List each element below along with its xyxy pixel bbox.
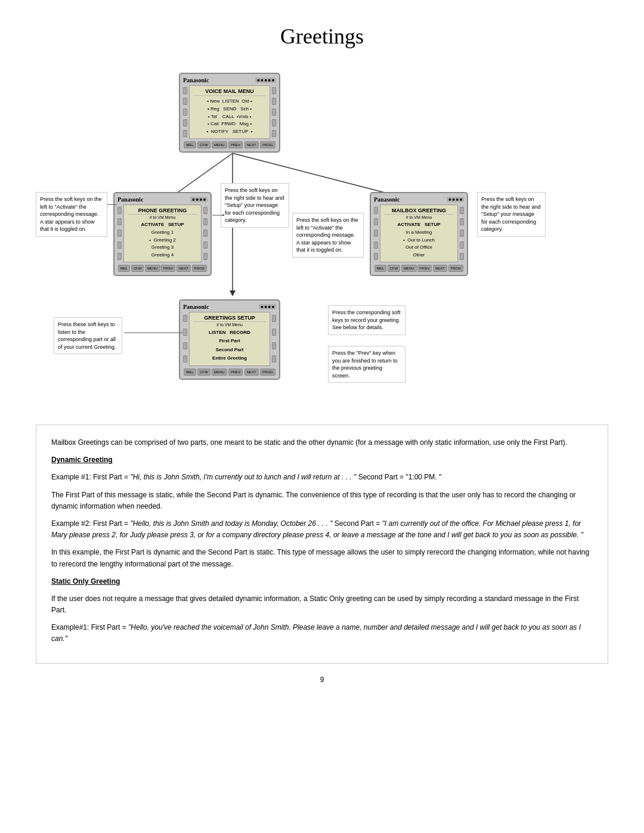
callout-top-left: Press the soft keys on the left to "Acti… — [36, 192, 107, 237]
callout-bottom-right-record: Press the corresponding soft keys to rec… — [328, 305, 405, 335]
page-number: 9 — [36, 676, 608, 684]
svg-marker-3 — [230, 290, 236, 296]
intro-text: Mailbox Greetings can be comprised of tw… — [51, 437, 593, 448]
callout-middle-activate: Press the soft keys on the left to "Acti… — [292, 213, 364, 258]
dynamic-desc: The First Part of this message is static… — [51, 490, 593, 512]
top-phone: Panasonic ■ ■ ■ ■ ■ VOICE MAIL — [179, 73, 280, 153]
callout-top-right: Press the soft keys on the right side to… — [477, 192, 546, 237]
callout-top-middle: Press the soft keys on the right side to… — [221, 183, 289, 228]
callout-bottom-right-prev: Press the "Prev" key when you are finish… — [328, 346, 405, 383]
top-phone-title: VOICE MAIL MENU — [193, 88, 266, 96]
example2: Example #2: First Part = "Hello, this is… — [51, 518, 593, 541]
left-phone: Panasonic ■ ■ ■ ■ PHONE GREETING # to VM… — [113, 192, 212, 276]
dynamic-heading: Dynamic Greeting — [51, 454, 593, 466]
static-desc: If the user does not require a message t… — [51, 593, 593, 616]
callout-bottom-left: Press these soft keys to listen to the c… — [54, 317, 122, 354]
page-title: Greetings — [36, 24, 608, 49]
diagram-area: Panasonic ■ ■ ■ ■ ■ VOICE MAIL — [36, 67, 608, 413]
page: Greetings Panasonic ■ ■ ■ ■ ■ — [0, 0, 644, 833]
content-box: Mailbox Greetings can be comprised of tw… — [36, 425, 608, 664]
dynamic-example2-desc: In this example, the First Part is dynam… — [51, 547, 593, 569]
static-example: Example#1: First Part = "Hello, you've r… — [51, 622, 593, 645]
example1: Example #1: First Part = "Hi, this is Jo… — [51, 472, 593, 483]
right-phone: Panasonic ■ ■ ■ ■ MAILBOX GREETING # to … — [370, 192, 468, 276]
static-heading: Static Only Greeting — [51, 576, 593, 587]
bottom-phone: Panasonic ■ ■ ■ ■ GREETINGS SETUP # to V… — [179, 299, 280, 380]
